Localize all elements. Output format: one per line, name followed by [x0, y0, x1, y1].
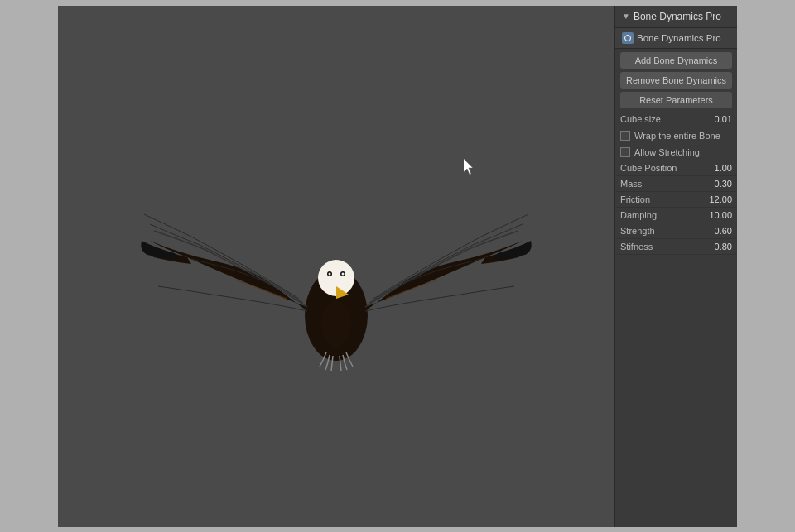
plugin-icon — [622, 32, 634, 44]
main-container: ▼ Bone Dynamics Pro Bone Dynamics Pro Ad… — [58, 6, 737, 527]
mass-row: Mass 0.30 — [615, 176, 737, 192]
cube-size-label: Cube size — [620, 114, 706, 124]
cube-size-row: Cube size 0.01 — [615, 112, 737, 127]
plugin-header: Bone Dynamics Pro — [615, 28, 737, 49]
allow-stretching-checkbox-row: Allow Stretching — [615, 144, 737, 161]
svg-point-6 — [329, 272, 331, 275]
friction-value[interactable]: 12.00 — [706, 194, 732, 204]
cube-position-label: Cube Position — [620, 163, 706, 173]
mass-value[interactable]: 0.30 — [706, 179, 732, 189]
strength-label: Strength — [620, 226, 706, 236]
strength-value[interactable]: 0.60 — [706, 226, 732, 236]
wrap-bone-checkbox[interactable] — [620, 131, 630, 141]
right-panel: ▼ Bone Dynamics Pro Bone Dynamics Pro Ad… — [614, 6, 737, 527]
reset-parameters-button[interactable]: Reset Parameters — [620, 92, 732, 108]
strength-row: Strength 0.60 — [615, 223, 737, 239]
add-bone-dynamics-button[interactable]: Add Bone Dynamics — [620, 52, 732, 69]
allow-stretching-label: Allow Stretching — [634, 147, 700, 157]
damping-value[interactable]: 10.00 — [706, 210, 732, 220]
collapse-arrow-icon[interactable]: ▼ — [622, 12, 630, 21]
eagle-svg — [137, 125, 535, 439]
friction-row: Friction 12.00 — [615, 192, 737, 208]
damping-row: Damping 10.00 — [615, 208, 737, 223]
viewport — [58, 6, 614, 527]
svg-point-7 — [342, 272, 344, 275]
buttons-section: Add Bone Dynamics Remove Bone Dynamics R… — [615, 49, 737, 112]
remove-bone-dynamics-button[interactable]: Remove Bone Dynamics — [620, 72, 732, 89]
cube-size-value[interactable]: 0.01 — [706, 114, 732, 124]
cube-position-row: Cube Position 1.00 — [615, 161, 737, 176]
wrap-bone-checkbox-row: Wrap the entire Bone — [615, 127, 737, 144]
mass-label: Mass — [620, 179, 706, 189]
cube-position-value[interactable]: 1.00 — [706, 163, 732, 173]
wrap-bone-label: Wrap the entire Bone — [634, 131, 720, 141]
plugin-icon-inner — [624, 35, 631, 41]
panel-header: ▼ Bone Dynamics Pro — [615, 6, 737, 28]
damping-label: Damping — [620, 210, 706, 220]
stifness-label: Stifness — [620, 242, 706, 252]
allow-stretching-checkbox[interactable] — [620, 147, 630, 157]
stifness-value[interactable]: 0.80 — [706, 242, 732, 252]
stifness-row: Stifness 0.80 — [615, 239, 737, 255]
friction-label: Friction — [620, 194, 706, 204]
panel-title: Bone Dynamics Pro — [634, 11, 721, 22]
plugin-name-label: Bone Dynamics Pro — [637, 33, 721, 43]
svg-point-3 — [321, 300, 351, 347]
eagle-container — [137, 125, 535, 439]
